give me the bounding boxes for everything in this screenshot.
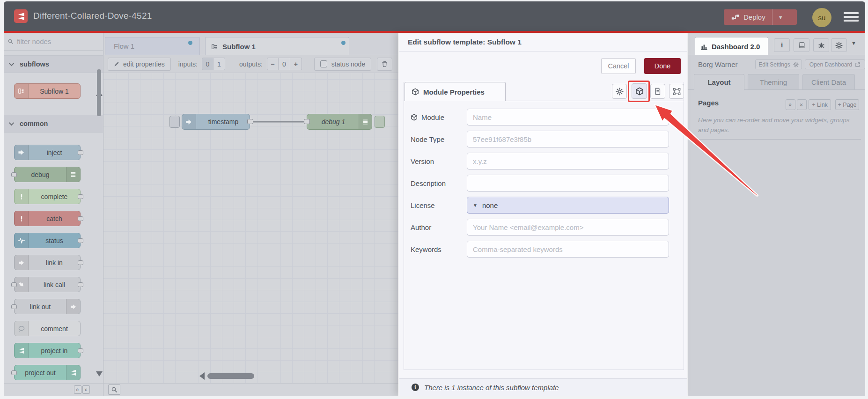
inputs-zero-button[interactable]: 0 [202,58,213,70]
license-label: License [411,197,435,214]
canvas-horizontal-scrollbar[interactable] [207,373,254,379]
input-port[interactable] [304,119,310,124]
canvas-node-timestamp[interactable]: timestamp [182,114,250,130]
palette-node-subflow-1[interactable]: Subflow 1 [14,83,81,99]
tab-client-data[interactable]: Client Data [802,74,855,90]
palette-node-status[interactable]: status [14,233,81,248]
canvas-search-button[interactable] [108,384,120,395]
open-dashboard-button[interactable]: Open Dashboard [805,59,865,69]
debug-icon [66,167,80,182]
outputs-increase-button[interactable]: + [290,58,302,70]
tab-theming[interactable]: Theming [748,74,799,90]
trash-icon [381,60,388,67]
link-out-icon [66,299,80,314]
palette-scroll-down-icon[interactable] [96,371,103,377]
tab-module-properties[interactable]: Module Properties [405,82,506,101]
pencil-icon [114,61,120,67]
user-avatar[interactable]: su [812,8,831,27]
subflow-icon [211,43,218,50]
palette-node-complete[interactable]: complete [14,189,81,204]
info-tab-button[interactable]: i [774,38,790,52]
debug-enable-toggle[interactable] [375,116,385,128]
search-icon [7,38,14,44]
gear-icon [616,88,624,96]
license-select[interactable]: ▼ none [467,197,669,214]
canvas-node-debug-1[interactable]: debug 1 [307,114,372,130]
inputs-one-button[interactable]: 1 [213,58,225,70]
add-page-button[interactable]: + Page [835,99,859,110]
unsaved-changes-dot [341,41,346,45]
canvas-scroll-left-icon[interactable] [199,372,205,380]
keywords-input[interactable] [467,241,669,258]
object-group-icon [673,88,681,96]
gear-icon [835,42,843,49]
tab-flow-1[interactable]: Flow 1 [105,37,200,55]
document-icon [654,88,662,95]
palette-node-link-call[interactable]: link call [14,277,81,292]
status-node-checkbox[interactable] [320,60,327,67]
node-palette: filter nodes subflows Subflow 1 common i… [4,33,103,383]
palette-category-subflows[interactable]: subflows [4,55,103,73]
config-tab-button[interactable] [831,38,847,52]
output-port [78,150,83,155]
delete-subflow-button[interactable] [377,58,392,71]
palette-collapse-up-button[interactable]: « [74,385,81,394]
palette-search-placeholder: filter nodes [17,37,51,45]
palette-node-catch[interactable]: catch [14,211,81,226]
version-label: Version [411,153,434,170]
output-port[interactable] [247,119,253,124]
tab-subflow-1[interactable]: Subflow 1 [205,37,349,55]
palette-node-inject[interactable]: inject [14,145,81,160]
bug-icon [818,42,825,49]
palette-node-project-out[interactable]: project out [14,365,81,380]
appearance-tab-button[interactable] [669,84,684,99]
palette-node-link-in[interactable]: link in [14,255,81,270]
move-up-button[interactable]: « [786,99,795,110]
palette-scrollbar[interactable] [97,69,101,116]
done-button[interactable]: Done [644,58,681,74]
tab-layout[interactable]: Layout [694,74,744,90]
search-icon [111,386,118,393]
input-port [11,370,17,375]
add-link-button[interactable]: + Link [809,99,831,110]
outputs-decrease-button[interactable]: − [267,58,279,70]
cube-icon [412,88,419,96]
help-tab-button[interactable] [794,38,809,52]
main-menu-button[interactable] [844,12,859,22]
output-port [78,238,83,243]
edit-settings-button[interactable]: Edit Settings [755,59,802,69]
palette-search[interactable]: filter nodes [4,33,103,51]
flow-canvas[interactable]: timestamp debug 1 [103,73,398,383]
edit-properties-button[interactable]: edit properties [108,58,171,71]
move-down-button[interactable]: » [797,99,807,110]
palette-node-link-out[interactable]: link out [14,299,81,314]
right-sidebar: Dashboard 2.0 i ▼ Borg Warner Edit Setti… [688,33,868,396]
deploy-button[interactable]: Deploy ▼ [724,9,797,25]
catch-icon [15,211,29,226]
palette-collapse-down-button[interactable]: » [82,385,90,394]
palette-node-project-in[interactable]: project in [14,343,81,358]
cancel-button[interactable]: Cancel [601,58,636,74]
edit-properties-tab-button[interactable] [612,84,627,99]
node-type-input[interactable] [467,131,669,148]
description-input[interactable] [467,175,669,192]
author-input[interactable] [467,219,669,236]
chevron-down-icon: ▼ [473,203,478,208]
inject-trigger-button[interactable] [169,116,180,128]
palette-category-common[interactable]: common [4,115,103,133]
outputs-label: outputs: [239,60,263,68]
module-input[interactable] [467,109,669,126]
description-tab-button[interactable] [650,84,665,99]
tab-dashboard-2[interactable]: Dashboard 2.0 [695,37,768,55]
app-header: Different-Collared-Dove-4521 Deploy ▼ su [4,1,865,31]
comment-icon [15,321,29,336]
sidebar-more-tabs-button[interactable]: ▼ [851,40,856,46]
outputs-count: 0 [279,58,290,70]
version-input[interactable] [467,153,669,170]
debug-tab-button[interactable] [813,38,829,52]
status-node-toggle[interactable]: status node [314,58,371,71]
palette-node-debug[interactable]: debug [14,167,81,182]
deploy-dropdown[interactable]: ▼ [772,9,789,25]
palette-node-comment[interactable]: comment [14,321,81,336]
instance-count-text: There is 1 instance of this subflow temp… [424,384,559,392]
